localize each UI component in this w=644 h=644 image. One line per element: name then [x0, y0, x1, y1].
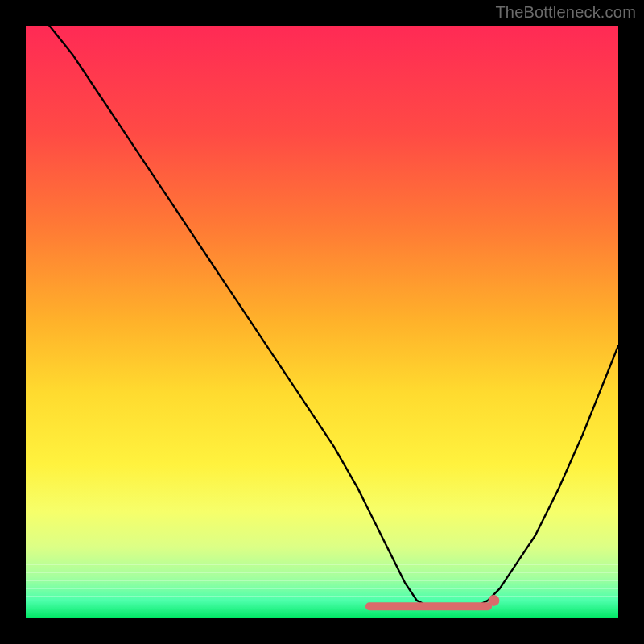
- svg-rect-1: [26, 572, 618, 573]
- plot-gradient: [26, 26, 618, 618]
- bottleneck-chart: [0, 0, 644, 644]
- svg-rect-3: [26, 588, 618, 589]
- watermark-text: TheBottleneck.com: [495, 3, 636, 22]
- svg-rect-2: [26, 580, 618, 581]
- svg-rect-4: [26, 596, 618, 597]
- valley-dot: [488, 595, 499, 606]
- svg-rect-0: [26, 564, 618, 565]
- chart-stage: TheBottleneck.com: [0, 0, 644, 644]
